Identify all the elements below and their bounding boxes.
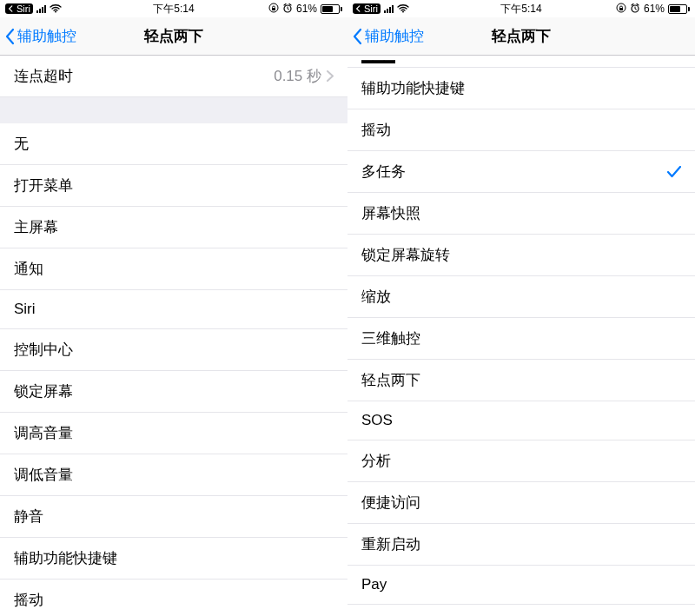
content-left[interactable]: 连点超时 0.15 秒 无打开菜单主屏幕通知Siri控制中心锁定屏幕调高音量调低… bbox=[0, 56, 348, 616]
list-item[interactable]: 锁定屏幕 bbox=[0, 371, 348, 413]
chevron-left-icon bbox=[5, 28, 16, 45]
list-item[interactable]: Pay bbox=[348, 566, 695, 605]
section-gap bbox=[0, 97, 348, 123]
status-time: 下午5:14 bbox=[348, 2, 695, 17]
list-item[interactable]: 分析 bbox=[348, 440, 695, 482]
status-bar: Siri 下午5:14 61% bbox=[0, 0, 348, 17]
list-item-label: 辅助功能快捷键 bbox=[14, 548, 117, 568]
list-item-partial[interactable]: ▂▂▂ bbox=[348, 56, 695, 68]
nav-bar: 辅助触控 轻点两下 bbox=[0, 17, 348, 56]
list-item-label: 多任务 bbox=[361, 162, 406, 182]
list-item[interactable]: 打开菜单 bbox=[0, 165, 348, 207]
list-item[interactable]: 辅助功能快捷键 bbox=[348, 68, 695, 109]
battery-icon bbox=[321, 4, 342, 14]
timeout-value: 0.15 秒 bbox=[274, 66, 321, 86]
list-item[interactable]: 轻点两下 bbox=[348, 360, 695, 401]
list-item-label: 锁定屏幕 bbox=[14, 381, 73, 401]
list-item-label: 无 bbox=[14, 134, 29, 154]
list-item[interactable]: 辅助功能快捷键 bbox=[0, 538, 348, 580]
list-item[interactable]: 控制中心 bbox=[0, 329, 348, 371]
list-item-label: 缩放 bbox=[361, 287, 391, 307]
list-item[interactable]: Siri bbox=[0, 290, 348, 329]
list-item-label: 调高音量 bbox=[14, 423, 73, 443]
list-item[interactable]: 通知 bbox=[0, 248, 348, 290]
list-item-label: 三维触控 bbox=[361, 328, 420, 348]
list-item[interactable]: 摇动 bbox=[0, 580, 348, 616]
timeout-value-wrap: 0.15 秒 bbox=[274, 66, 334, 86]
list-item[interactable]: 三维触控 bbox=[348, 318, 695, 360]
back-label: 辅助触控 bbox=[17, 26, 76, 46]
status-bar: Siri 下午5:14 61% bbox=[348, 0, 695, 17]
list-item[interactable]: 调高音量 bbox=[0, 413, 348, 454]
list-item[interactable]: 便捷访问 bbox=[348, 482, 695, 524]
list-item-label: SOS bbox=[361, 412, 393, 429]
list-item[interactable]: 无 bbox=[0, 123, 348, 165]
list-item-label: 轻点两下 bbox=[361, 370, 420, 390]
list-item-label: 摇动 bbox=[14, 590, 43, 610]
list-item[interactable]: 主屏幕 bbox=[0, 207, 348, 248]
back-button[interactable]: 辅助触控 bbox=[348, 26, 424, 46]
phone-left: Siri 下午5:14 61% 辅助触控 轻点两下 bbox=[0, 0, 348, 616]
checkmark-icon bbox=[667, 166, 681, 178]
list-item-label: Siri bbox=[14, 301, 36, 318]
chevron-left-icon bbox=[353, 28, 363, 45]
timeout-row[interactable]: 连点超时 0.15 秒 bbox=[0, 56, 348, 97]
partial-text: ▂▂▂ bbox=[361, 56, 395, 63]
back-button[interactable]: 辅助触控 bbox=[0, 26, 76, 46]
list-item[interactable]: 缩放 bbox=[348, 276, 695, 318]
list-item-label: 摇动 bbox=[361, 120, 391, 140]
nav-bar: 辅助触控 轻点两下 bbox=[348, 17, 695, 56]
list-item[interactable]: 调低音量 bbox=[0, 454, 348, 496]
list-item-label: 锁定屏幕旋转 bbox=[361, 245, 450, 265]
list-item[interactable]: 屏幕快照 bbox=[348, 193, 695, 235]
list-item-label: 主屏幕 bbox=[14, 217, 58, 237]
status-time: 下午5:14 bbox=[0, 2, 348, 17]
list-item[interactable]: 静音 bbox=[0, 496, 348, 538]
list-item[interactable]: 摇动 bbox=[348, 109, 695, 151]
list-item-label: 通知 bbox=[14, 259, 43, 279]
list-item-label: 控制中心 bbox=[14, 340, 73, 360]
content-right[interactable]: ▂▂▂ 辅助功能快捷键摇动多任务屏幕快照锁定屏幕旋转缩放三维触控轻点两下SOS分… bbox=[348, 56, 695, 616]
chevron-right-icon bbox=[327, 70, 334, 82]
battery-icon bbox=[668, 4, 690, 14]
back-label: 辅助触控 bbox=[365, 26, 424, 46]
list-item-label: 静音 bbox=[14, 507, 43, 527]
list-item[interactable]: 重新启动 bbox=[348, 524, 695, 566]
list-item-label: 便捷访问 bbox=[361, 493, 420, 513]
list-item-label: 屏幕快照 bbox=[361, 203, 420, 223]
list-item[interactable]: 锁定屏幕旋转 bbox=[348, 235, 695, 276]
list-item-label: 调低音量 bbox=[14, 465, 73, 485]
list-item[interactable]: 多任务 bbox=[348, 151, 695, 193]
list-item-label: 分析 bbox=[361, 451, 391, 471]
list-item-label: 辅助功能快捷键 bbox=[361, 78, 465, 98]
list-item-label: 重新启动 bbox=[361, 534, 420, 554]
list-item[interactable]: 朗读屏幕 bbox=[348, 605, 695, 616]
list-item-label: Pay bbox=[361, 576, 387, 593]
phone-right: Siri 下午5:14 61% 辅助触控 轻点两下 bbox=[348, 0, 695, 616]
timeout-label: 连点超时 bbox=[14, 66, 73, 86]
list-item[interactable]: SOS bbox=[348, 401, 695, 440]
list-item-label: 打开菜单 bbox=[14, 176, 73, 195]
